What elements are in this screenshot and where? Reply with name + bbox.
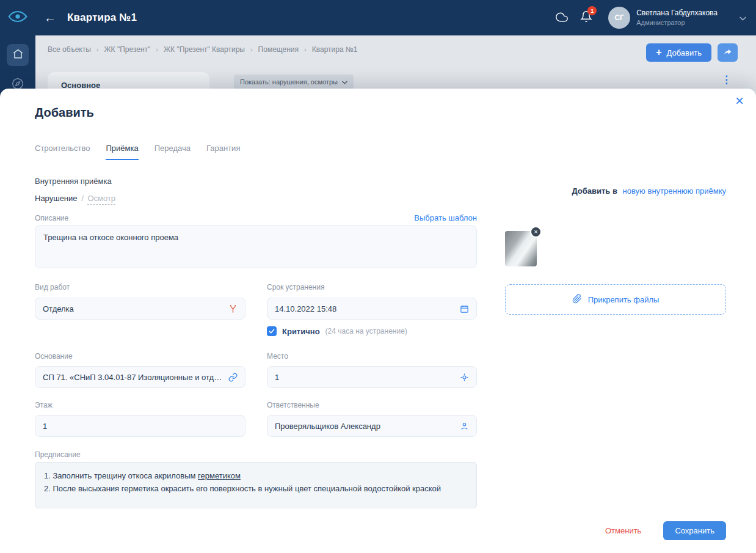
- plus-icon: +: [656, 48, 661, 57]
- prescription-line-1: 1. Заполнить трещину откоса акриловым ге…: [44, 470, 468, 483]
- description-label: Описание: [35, 214, 68, 222]
- app-root: ← Квартира №1 1 СГ Светлана Габдулхакова…: [0, 0, 756, 553]
- sidebar-item-objects[interactable]: [7, 44, 29, 66]
- notifications-button[interactable]: 1: [580, 10, 592, 26]
- add-modal: × Добавить Строительство Приёмка Передач…: [0, 89, 756, 553]
- close-icon: ×: [735, 92, 744, 109]
- prescription-line-2: 2. После высыхания герметика окрасить ег…: [44, 483, 468, 496]
- cloud-sync-button[interactable]: [554, 11, 569, 25]
- bell-icon: [580, 15, 592, 25]
- work-type-label: Вид работ: [35, 283, 70, 291]
- kebab-menu-icon: ⋮: [721, 74, 732, 86]
- remove-photo-icon: ×: [534, 229, 537, 235]
- user-menu-chevron[interactable]: [740, 12, 746, 23]
- modal-title: Добавить: [35, 106, 94, 120]
- place-label: Место: [267, 352, 288, 361]
- calendar-icon[interactable]: [460, 304, 469, 313]
- breadcrumb-separator: ›: [250, 46, 253, 53]
- floor-field[interactable]: 1: [35, 415, 245, 437]
- tab-warranty[interactable]: Гарантия: [206, 144, 240, 160]
- breadcrumb-item[interactable]: ЖК "Презент" Квартиры: [164, 45, 245, 54]
- cancel-button[interactable]: Отменить: [605, 526, 641, 535]
- critical-checkbox-row[interactable]: Критично (24 часа на устранение): [267, 326, 407, 336]
- responsible-field[interactable]: Проверяльщиков Александр: [267, 415, 477, 437]
- floor-value: 1: [43, 422, 47, 431]
- cloud-icon: [554, 11, 569, 25]
- deadline-label: Срок устранения: [267, 283, 324, 291]
- tab-transfer[interactable]: Передача: [154, 144, 191, 160]
- deadline-value: 14.10.2022 15:48: [275, 304, 336, 313]
- share-button[interactable]: [718, 43, 738, 62]
- prescription-line1-text: 1. Заполнить трещину откоса акриловым: [44, 471, 198, 480]
- app-logo[interactable]: [0, 10, 35, 25]
- breadcrumb-item-current[interactable]: Квартира №1: [312, 45, 358, 54]
- add-button[interactable]: + Добавить: [646, 43, 711, 62]
- close-button[interactable]: ×: [735, 93, 744, 108]
- basis-label: Основание: [35, 352, 73, 361]
- add-button-label: Добавить: [667, 48, 702, 57]
- work-type-field[interactable]: Отделка: [35, 298, 245, 320]
- attach-files-button[interactable]: Прикрепить файлы: [505, 284, 726, 315]
- topbar-right: 1 СГ Светлана Габдулхакова Администратор: [554, 7, 756, 29]
- attach-files-label: Прикрепить файлы: [588, 295, 660, 304]
- breadcrumb: Все объекты › ЖК "Презент" › ЖК "Презент…: [48, 40, 358, 59]
- choose-template-link[interactable]: Выбрать шаблон: [414, 213, 477, 222]
- back-button[interactable]: ←: [44, 11, 56, 25]
- critical-hint: (24 часа на устранение): [325, 327, 407, 335]
- section-label: Внутренняя приёмка: [35, 177, 112, 186]
- add-to-prefix: Добавить в: [572, 186, 617, 196]
- breadcrumb-separator: ›: [96, 46, 99, 53]
- description-header-row: Описание Выбрать шаблон: [35, 213, 477, 222]
- breadcrumb-item[interactable]: Все объекты: [48, 45, 91, 54]
- work-type-value: Отделка: [43, 304, 74, 313]
- floor-label: Этаж: [35, 401, 53, 409]
- prescription-label: Предписание: [35, 450, 81, 459]
- topbar: ← Квартира №1 1 СГ Светлана Габдулхакова…: [0, 0, 756, 35]
- person-icon[interactable]: [460, 422, 469, 431]
- paperclip-icon: [572, 294, 582, 306]
- deadline-field[interactable]: 14.10.2022 15:48: [267, 298, 477, 320]
- breadcrumb-item[interactable]: Помещения: [258, 45, 299, 54]
- save-button[interactable]: Сохранить: [663, 521, 726, 540]
- tab-construction[interactable]: Строительство: [35, 144, 90, 160]
- description-textarea[interactable]: Трещина на откосе оконного проема: [35, 225, 477, 268]
- check-icon: [269, 329, 275, 334]
- back-arrow-icon: ←: [44, 11, 56, 24]
- user-role: Администратор: [636, 19, 718, 27]
- photo-thumbnail[interactable]: ×: [505, 231, 537, 266]
- basis-value: СП 71. «СНиП 3.04.01-87 Изоляционные и о…: [43, 373, 222, 382]
- responsible-label: Ответственные: [267, 401, 319, 409]
- prescription-textarea[interactable]: 1. Заполнить трещину откоса акриловым ге…: [35, 462, 477, 508]
- place-field[interactable]: 1: [267, 366, 477, 388]
- record-type-toggle: Нарушение / Осмотр: [35, 194, 115, 203]
- add-to-row: Добавить в новую внутреннюю приёмку: [572, 186, 726, 196]
- prescription-term-link[interactable]: герметиком: [198, 471, 241, 480]
- new-acceptance-link[interactable]: новую внутреннюю приёмку: [623, 186, 726, 196]
- eye-logo-icon: [8, 10, 27, 25]
- crosshair-location-icon[interactable]: [460, 373, 469, 382]
- show-filter-dropdown[interactable]: Показать: нарушения, осмотры: [234, 75, 354, 89]
- modal-tabs: Строительство Приёмка Передача Гарантия: [35, 144, 240, 160]
- share-arrow-icon: [723, 48, 733, 58]
- work-type-picker-icon[interactable]: [228, 304, 238, 313]
- home-icon: [12, 48, 24, 62]
- toggle-separator: /: [81, 194, 84, 203]
- critical-checkbox[interactable]: [267, 326, 277, 336]
- breadcrumb-separator: ›: [156, 46, 158, 53]
- toggle-violation[interactable]: Нарушение: [35, 194, 78, 203]
- remove-photo-button[interactable]: ×: [530, 226, 542, 238]
- breadcrumb-item[interactable]: ЖК "Презент": [104, 45, 151, 54]
- toggle-inspection[interactable]: Осмотр: [87, 194, 115, 205]
- chevron-down-icon: [342, 78, 347, 86]
- responsible-value: Проверяльщиков Александр: [275, 422, 380, 431]
- basis-field[interactable]: СП 71. «СНиП 3.04.01-87 Изоляционные и о…: [35, 366, 245, 388]
- user-name: Светлана Габдулхакова: [636, 9, 718, 18]
- chevron-down-icon: [740, 12, 746, 23]
- avatar[interactable]: СГ: [608, 7, 630, 29]
- more-options-button[interactable]: ⋮: [721, 73, 732, 86]
- place-value: 1: [275, 373, 279, 382]
- link-icon[interactable]: [228, 373, 238, 382]
- tab-acceptance[interactable]: Приёмка: [106, 144, 138, 160]
- page-title: Квартира №1: [67, 12, 137, 24]
- filter-label: Показать: нарушения, осмотры: [240, 78, 338, 86]
